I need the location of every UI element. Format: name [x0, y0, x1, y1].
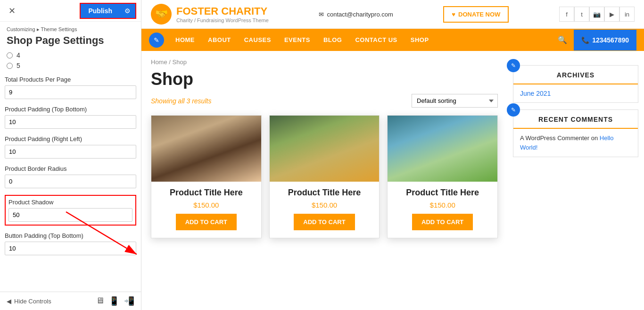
- contact-email: contact@charitypro.com: [327, 11, 393, 18]
- close-button[interactable]: ✕: [5, 4, 19, 18]
- facebook-icon[interactable]: f: [559, 7, 574, 22]
- border-radius-input[interactable]: [5, 175, 136, 188]
- sort-dropdown[interactable]: Default sorting Sort by popularity Sort …: [412, 94, 498, 108]
- nav-events[interactable]: EVENTS: [278, 30, 317, 50]
- archives-link[interactable]: June 2021: [520, 90, 551, 97]
- product-price-1: $150.00: [151, 201, 261, 209]
- recent-comment-text: A WordPress Commenter on Hello World!: [520, 134, 631, 152]
- customizer-panel: ✕ Publish ⚙ Customizing ▸ Theme Settings…: [0, 0, 141, 310]
- showing-text: Showing all 3 results: [151, 97, 211, 105]
- nav-phone[interactable]: 📞 1234567890: [574, 30, 636, 50]
- archives-widget: ✎ ARCHIVES June 2021: [513, 65, 638, 103]
- nav-contact[interactable]: CONTACT US: [348, 30, 404, 50]
- product-price-3: $150.00: [388, 201, 497, 209]
- social-icons: f t 📷 ▶ in: [559, 7, 635, 22]
- product-card-3: Product Title Here $150.00 Add to cart: [387, 115, 498, 238]
- main-content: Home / Shop Shop Showing all 3 results D…: [141, 51, 507, 310]
- header-contact: ✉ contact@charitypro.com: [319, 11, 393, 18]
- publish-button[interactable]: Publish: [80, 3, 120, 19]
- website-preview: 🤝 FOSTER CHARITY Charity / Fundraising W…: [141, 0, 644, 310]
- button-padding-label: Button Padding (Top Bottom): [5, 232, 136, 239]
- archives-body: June 2021: [513, 84, 638, 102]
- recent-comments-body: A WordPress Commenter on Hello World!: [513, 129, 638, 157]
- nav-right: 🔍 📞 1234567890: [551, 29, 636, 51]
- total-products-field: Total Products Per Page: [5, 76, 136, 99]
- product-title-3: Product Title Here: [392, 187, 493, 198]
- settings-button[interactable]: ⚙: [120, 3, 136, 19]
- breadcrumb-home[interactable]: Home: [151, 59, 167, 66]
- product-title-2: Product Title Here: [274, 187, 375, 198]
- linkedin-icon[interactable]: in: [619, 7, 635, 22]
- heart-icon: ♥: [452, 11, 455, 18]
- recent-comments-title: RECENT COMMENTS: [513, 110, 638, 129]
- site-header: 🤝 FOSTER CHARITY Charity / Fundraising W…: [141, 0, 644, 29]
- logo-subtitle: Charity / Fundraising WordPress Theme: [176, 17, 269, 23]
- padding-right-field: Product Padding (Right Left): [5, 135, 136, 159]
- nav-about[interactable]: ABOUT: [201, 30, 238, 50]
- nav-causes[interactable]: CAUSES: [238, 30, 278, 50]
- nav-edit-icon: ✎: [149, 33, 164, 48]
- nav-blog[interactable]: BLOG: [317, 30, 349, 50]
- product-shadow-input[interactable]: [8, 208, 132, 222]
- widget-edit-icon-comments: ✎: [507, 103, 520, 117]
- breadcrumb-current: Shop: [173, 59, 187, 66]
- site-nav: ✎ HOME ABOUT CAUSES EVENTS BLOG CONTACT …: [141, 29, 644, 51]
- shop-page-title: Shop: [151, 69, 498, 89]
- nav-search-icon[interactable]: 🔍: [551, 29, 574, 51]
- product-price-2: $150.00: [270, 201, 380, 209]
- add-to-cart-1[interactable]: Add to cart: [176, 214, 237, 230]
- nav-home[interactable]: HOME: [169, 30, 201, 50]
- radio-item-5[interactable]: 5: [7, 62, 136, 69]
- twitter-icon[interactable]: t: [574, 7, 589, 22]
- product-shadow-label: Product Shadow: [8, 199, 132, 206]
- radio-label-5: 5: [17, 62, 20, 69]
- logo-title: FOSTER CHARITY: [176, 5, 269, 17]
- padding-top-field: Product Padding (Top Bottom): [5, 106, 136, 129]
- add-to-cart-3[interactable]: Add to cart: [412, 214, 473, 230]
- total-products-input[interactable]: [5, 85, 136, 99]
- border-radius-field: Product Border Radius: [5, 165, 136, 188]
- donate-label: DONATE NOW: [458, 11, 500, 18]
- shop-toolbar: Showing all 3 results Default sorting So…: [151, 94, 498, 108]
- logo-icon: 🤝: [151, 4, 172, 25]
- add-to-cart-2[interactable]: Add to cart: [294, 214, 355, 230]
- product-image-2: [270, 116, 380, 182]
- product-image-1: [151, 116, 261, 182]
- border-radius-label: Product Border Radius: [5, 165, 136, 172]
- nav-left: ✎ HOME ABOUT CAUSES EVENTS BLOG CONTACT …: [149, 30, 436, 50]
- desktop-icon[interactable]: 🖥: [96, 296, 104, 306]
- tablet-icon[interactable]: 📱: [109, 296, 119, 306]
- panel-scroll: 4 5 Total Products Per Page Product Padd…: [0, 51, 141, 292]
- instagram-icon[interactable]: 📷: [589, 7, 604, 22]
- product-image-3: [388, 116, 497, 182]
- mobile-icon[interactable]: 📲: [124, 296, 134, 306]
- content-area: Home / Shop Shop Showing all 3 results D…: [141, 51, 644, 310]
- site-sidebar: ✎ ARCHIVES June 2021 ✎ RECENT COMMENTS A…: [507, 51, 644, 310]
- radio-group: 4 5: [5, 51, 136, 69]
- recent-comments-widget: ✎ RECENT COMMENTS A WordPress Commenter …: [513, 109, 638, 157]
- shop-breadcrumb: Home / Shop: [151, 59, 498, 66]
- hide-controls-btn[interactable]: ◀ Hide Controls: [7, 298, 51, 305]
- breadcrumb-separator: /: [169, 59, 172, 66]
- product-title-1: Product Title Here: [156, 187, 256, 198]
- device-icons: 🖥 📱 📲: [96, 296, 134, 306]
- button-padding-field: Button Padding (Top Bottom): [5, 232, 136, 255]
- phone-number: 1234567890: [592, 36, 629, 44]
- panel-title: Shop Page Settings: [0, 34, 141, 51]
- archives-title: ARCHIVES: [513, 66, 638, 84]
- email-icon: ✉: [319, 11, 324, 18]
- nav-shop[interactable]: SHOP: [404, 30, 436, 50]
- panel-breadcrumb-area: Customizing ▸ Theme Settings: [0, 22, 141, 34]
- padding-right-input[interactable]: [5, 145, 136, 159]
- product-card-2: Product Title Here $150.00 Add to cart: [269, 115, 380, 238]
- button-padding-input[interactable]: [5, 242, 136, 255]
- logo-area: 🤝 FOSTER CHARITY Charity / Fundraising W…: [151, 4, 269, 25]
- panel-breadcrumb: Customizing ▸ Theme Settings: [7, 26, 134, 33]
- youtube-icon[interactable]: ▶: [604, 7, 619, 22]
- radio-item-4[interactable]: 4: [7, 51, 136, 59]
- logo-text: FOSTER CHARITY Charity / Fundraising Wor…: [176, 5, 269, 23]
- padding-top-input[interactable]: [5, 115, 136, 129]
- padding-top-label: Product Padding (Top Bottom): [5, 106, 136, 113]
- donate-now-button[interactable]: ♥ DONATE NOW: [443, 6, 509, 23]
- products-grid: Product Title Here $150.00 Add to cart P…: [151, 115, 498, 238]
